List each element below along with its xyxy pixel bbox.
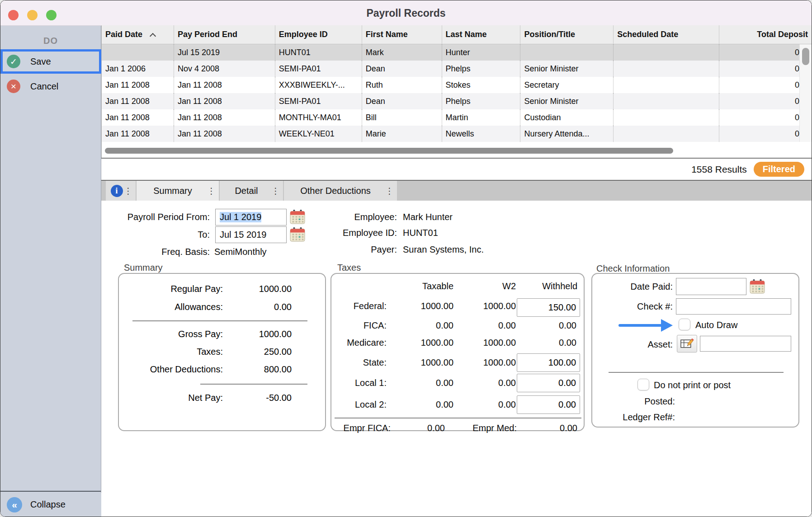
cell-pay-period-end: Jul 15 2019 bbox=[174, 44, 275, 61]
local1-withheld-input[interactable]: 0.00 bbox=[517, 374, 580, 392]
tab-label: Detail bbox=[235, 186, 258, 196]
summary-panel: Regular Pay: 1000.00 Allowances: 0.00 Gr… bbox=[118, 273, 326, 431]
summary-row: Gross Pay: 1000.00 bbox=[119, 329, 325, 341]
cell-employee-id: HUNT01 bbox=[275, 44, 362, 61]
sort-ascending-icon bbox=[150, 33, 156, 39]
calendar-picker-button[interactable] bbox=[290, 210, 305, 224]
kebab-menu-icon[interactable]: ⋮ bbox=[271, 186, 280, 196]
column-header-last-name[interactable]: Last Name bbox=[442, 25, 521, 44]
cell-pay-period-end: Nov 4 2008 bbox=[174, 61, 275, 77]
filtered-badge[interactable]: Filtered bbox=[754, 162, 804, 177]
cell-position-title: Custodian bbox=[520, 109, 614, 126]
column-header-paid-date[interactable]: Paid Date bbox=[102, 25, 174, 44]
local1-label: Local 1: bbox=[331, 378, 387, 388]
cell-position-title: Senior Minister bbox=[520, 61, 614, 77]
date-paid-input[interactable] bbox=[676, 278, 746, 295]
local1-withheld-value: 0.00 bbox=[558, 378, 576, 388]
taxes-group-title: Taxes bbox=[337, 263, 361, 273]
tab-label: Summary bbox=[153, 186, 192, 196]
federal-withheld-input[interactable]: 150.00 bbox=[517, 298, 580, 317]
column-header-pay-period-end[interactable]: Pay Period End bbox=[174, 25, 275, 44]
horizontal-scrollbar-thumb[interactable] bbox=[105, 148, 673, 154]
column-header-total-deposit[interactable]: Total Deposit bbox=[719, 25, 812, 44]
date-text: Jul 15 2019 bbox=[220, 230, 266, 240]
vertical-scrollbar-thumb[interactable] bbox=[802, 48, 809, 65]
check-number-input[interactable] bbox=[676, 298, 791, 315]
empr-med-label: Empr Med: bbox=[466, 423, 517, 433]
state-w2: 1000.00 bbox=[453, 357, 516, 368]
payroll-period-to-input[interactable]: Jul 15 2019 bbox=[215, 226, 287, 243]
tab-other-deductions[interactable]: Other Deductions ⋮ bbox=[284, 181, 397, 201]
state-withheld-input[interactable]: 100.00 bbox=[517, 353, 580, 372]
summary-row: Net Pay: -50.00 bbox=[119, 393, 325, 404]
calendar-picker-button[interactable] bbox=[750, 279, 765, 294]
table-row[interactable]: Jan 1 2006 Nov 4 2008 SEMI-PA01 Dean Phe… bbox=[102, 61, 812, 77]
gross-pay-label: Gross Pay: bbox=[119, 329, 223, 339]
cell-first-name: Ruth bbox=[362, 77, 442, 93]
cancel-button[interactable]: × Cancel bbox=[0, 76, 101, 96]
cell-position-title bbox=[520, 44, 614, 61]
table-row[interactable]: Jan 11 2008 Jan 11 2008 SEMI-PA01 Dean P… bbox=[102, 93, 812, 109]
fica-taxable: 0.00 bbox=[390, 320, 453, 331]
column-header-scheduled-date[interactable]: Scheduled Date bbox=[614, 25, 719, 44]
check-number-label: Check #: bbox=[592, 301, 673, 312]
save-button[interactable]: ✓ Save bbox=[0, 49, 101, 74]
tab-summary[interactable]: Summary ⋮ bbox=[137, 181, 219, 201]
calendar-picker-button[interactable] bbox=[290, 227, 305, 242]
cell-total-deposit: 0.00 bbox=[719, 93, 812, 109]
collapse-sidebar-button[interactable]: « Collapse bbox=[0, 493, 101, 517]
table-row[interactable]: Jan 11 2008 Jan 11 2008 WEEKLY-NE01 Mari… bbox=[102, 126, 812, 142]
column-header-first-name[interactable]: First Name bbox=[362, 25, 442, 44]
table-row[interactable]: Jul 15 2019 HUNT01 Mark Hunter 0.00 bbox=[102, 44, 812, 61]
asset-lookup-button[interactable] bbox=[677, 335, 697, 352]
federal-label: Federal: bbox=[331, 301, 387, 311]
regular-pay-label: Regular Pay: bbox=[119, 284, 223, 294]
federal-taxable: 1000.00 bbox=[390, 301, 453, 311]
payroll-period-from-input[interactable]: Jul 1 2019 bbox=[215, 209, 287, 226]
summary-divider bbox=[132, 320, 307, 321]
cell-first-name: Marie bbox=[362, 126, 442, 142]
titlebar: Payroll Records bbox=[0, 0, 812, 26]
local2-label: Local 2: bbox=[331, 400, 387, 410]
state-withheld-value: 100.00 bbox=[548, 357, 576, 368]
kebab-menu-icon[interactable]: ⋮ bbox=[207, 186, 216, 196]
cell-last-name: Martin bbox=[442, 109, 521, 126]
cell-employee-id: WEEKLY-NE01 bbox=[275, 126, 362, 142]
ledger-ref-label: Ledger Ref#: bbox=[592, 412, 675, 423]
table-row[interactable]: Jan 11 2008 Jan 11 2008 XXXBIWEEKLY-... … bbox=[102, 77, 812, 93]
cell-paid-date bbox=[102, 44, 174, 61]
date-paid-label: Date Paid: bbox=[592, 282, 673, 292]
tab-info[interactable]: i ⋮ bbox=[106, 181, 136, 201]
allowances-value: 0.00 bbox=[223, 302, 292, 312]
cell-employee-id: XXXBIWEEKLY-... bbox=[275, 77, 362, 93]
do-not-print-checkbox[interactable] bbox=[637, 379, 649, 390]
local2-withheld-input[interactable]: 0.00 bbox=[517, 395, 580, 414]
posted-label: Posted: bbox=[592, 396, 675, 407]
cell-total-deposit: 0.00 bbox=[719, 61, 812, 77]
local2-withheld-value: 0.00 bbox=[558, 400, 576, 410]
cell-paid-date: Jan 11 2008 bbox=[102, 77, 174, 93]
fica-withheld: 0.00 bbox=[515, 320, 576, 331]
cell-paid-date: Jan 11 2008 bbox=[102, 109, 174, 126]
cell-scheduled-date bbox=[614, 126, 719, 142]
vertical-scrollbar[interactable] bbox=[799, 44, 812, 142]
cell-employee-id: MONTHLY-MA01 bbox=[275, 109, 362, 126]
auto-draw-checkbox[interactable] bbox=[679, 319, 690, 330]
freq-basis-label: Freq. Basis: bbox=[101, 247, 210, 257]
tab-detail[interactable]: Detail ⋮ bbox=[220, 181, 283, 201]
column-header-position-title[interactable]: Position/Title bbox=[520, 25, 614, 44]
cell-position-title: Senior Minister bbox=[520, 93, 614, 109]
summary-row: Allowances: 0.00 bbox=[119, 302, 325, 314]
kebab-menu-icon[interactable]: ⋮ bbox=[124, 186, 132, 196]
summary-row: Regular Pay: 1000.00 bbox=[119, 284, 325, 296]
table-row[interactable]: Jan 11 2008 Jan 11 2008 MONTHLY-MA01 Bil… bbox=[102, 109, 812, 126]
cell-pay-period-end: Jan 11 2008 bbox=[174, 77, 275, 93]
calendar-icon bbox=[290, 210, 305, 224]
auto-draw-label: Auto Draw bbox=[695, 320, 737, 330]
asset-input[interactable] bbox=[700, 336, 791, 352]
net-pay-label: Net Pay: bbox=[119, 393, 223, 403]
freq-basis-value: SemiMonthly bbox=[214, 247, 267, 257]
federal-withheld-value: 150.00 bbox=[548, 302, 576, 313]
column-header-employee-id[interactable]: Employee ID bbox=[275, 25, 362, 44]
kebab-menu-icon[interactable]: ⋮ bbox=[385, 186, 394, 196]
